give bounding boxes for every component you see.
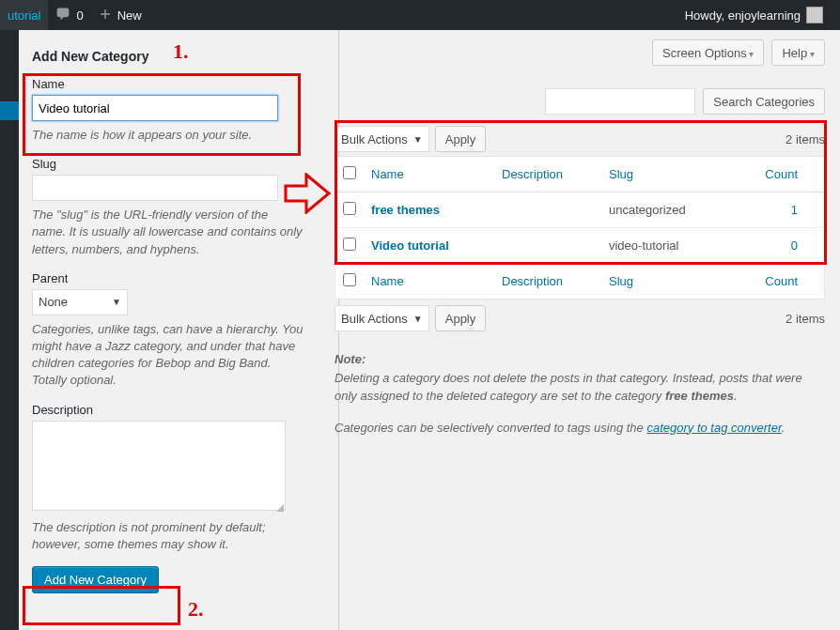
adminbar-account[interactable]: Howdy, enjoylearning: [677, 0, 827, 30]
row-slug: uncategorized: [601, 192, 730, 228]
form-title: Add New Category: [32, 49, 306, 64]
slug-help: The "slug" is the URL-friendly version o…: [32, 207, 304, 258]
col-description[interactable]: Description: [494, 157, 601, 192]
parent-label: Parent: [32, 271, 306, 285]
row-count-link[interactable]: 1: [791, 203, 798, 217]
col-name-foot[interactable]: Name: [364, 264, 494, 300]
description-textarea[interactable]: [32, 421, 286, 511]
name-input[interactable]: [32, 95, 278, 121]
help-button[interactable]: Help: [771, 39, 825, 66]
apply-button-bottom[interactable]: Apply: [435, 305, 487, 331]
row-description: [494, 228, 601, 264]
adminbar-site-link[interactable]: utorial: [0, 0, 48, 30]
howdy-text: Howdy, enjoylearning: [685, 8, 801, 23]
comments-count: 0: [76, 8, 83, 23]
slug-input[interactable]: [32, 175, 278, 201]
col-slug-foot[interactable]: Slug: [601, 264, 730, 300]
bulk-actions-select-top[interactable]: Bulk Actions ▼: [334, 126, 429, 152]
row-checkbox[interactable]: [343, 202, 356, 215]
adminbar-site-label: utorial: [8, 8, 40, 23]
submit-button[interactable]: Add New Category: [32, 566, 159, 593]
screen-options-button[interactable]: Screen Options: [652, 39, 764, 66]
parent-help: Categories, unlike tags, can have a hier…: [32, 321, 304, 390]
table-row: free themes uncategorized 1: [335, 192, 825, 228]
annotation-number-1: 1.: [173, 39, 189, 64]
name-help: The name is how it appears on your site.: [32, 127, 304, 144]
table-row: Video tutorial video-tutorial 0: [335, 228, 825, 264]
chevron-down-icon: ▼: [413, 314, 423, 324]
row-name-link[interactable]: Video tutorial: [371, 238, 449, 253]
slug-label: Slug: [32, 157, 306, 171]
chevron-down-icon: ▼: [413, 134, 423, 145]
adminbar-new[interactable]: New: [91, 0, 149, 30]
adminbar-comments[interactable]: 0: [48, 0, 90, 30]
col-description-foot[interactable]: Description: [494, 264, 601, 300]
bulk-label: Bulk Actions: [341, 132, 408, 146]
avatar: [806, 7, 823, 23]
adminbar-new-label: New: [117, 8, 142, 23]
annotation-number-2: 2.: [188, 597, 204, 622]
description-label: Description: [32, 403, 306, 417]
col-count-foot[interactable]: Count: [730, 264, 824, 300]
resize-handle-icon[interactable]: [276, 504, 284, 512]
col-count[interactable]: Count: [730, 157, 824, 192]
apply-button-top[interactable]: Apply: [435, 126, 487, 152]
chevron-down-icon: ▼: [112, 297, 121, 307]
parent-select[interactable]: None ▼: [32, 289, 128, 315]
items-count-top: 2 items: [786, 132, 825, 146]
footer-note: Note: Deleting a category does not delet…: [334, 350, 825, 437]
row-slug: video-tutorial: [601, 228, 730, 264]
admin-menu-collapsed: [0, 30, 19, 630]
row-description: [494, 192, 601, 228]
row-checkbox[interactable]: [343, 238, 356, 251]
converter-link[interactable]: category to tag converter: [646, 421, 781, 435]
row-name-link[interactable]: free themes: [371, 203, 440, 217]
plus-icon: [99, 8, 112, 23]
search-button[interactable]: Search Categories: [703, 88, 825, 115]
search-input[interactable]: [545, 88, 695, 115]
row-count-link[interactable]: 0: [791, 238, 798, 253]
items-count-bottom: 2 items: [786, 312, 825, 326]
comment-icon: [55, 7, 70, 24]
name-label: Name: [32, 77, 306, 91]
categories-table: Name Description Slug Count free themes …: [334, 156, 825, 300]
col-name[interactable]: Name: [364, 157, 494, 192]
bulk-actions-select-bottom[interactable]: Bulk Actions ▼: [334, 305, 429, 331]
col-slug[interactable]: Slug: [601, 157, 730, 192]
parent-value: None: [39, 295, 68, 309]
select-all-bottom[interactable]: [343, 273, 356, 286]
current-menu-indicator: [0, 101, 19, 120]
bulk-label: Bulk Actions: [341, 312, 408, 326]
select-all-top[interactable]: [343, 166, 356, 179]
description-help: The description is not prominent by defa…: [32, 519, 304, 553]
